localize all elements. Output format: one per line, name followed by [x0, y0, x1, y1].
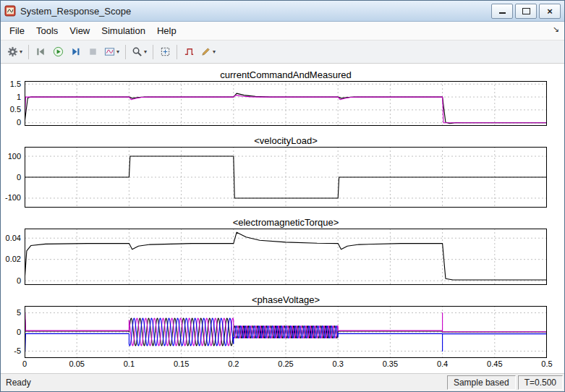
close-button[interactable]: × [539, 4, 561, 19]
y-tick-label: 0 [17, 173, 21, 182]
plot-panel: currentCommandAndMeasured 00.511.5 <velo… [1, 64, 564, 373]
dropdown-caret-icon: ▾ [213, 48, 216, 55]
trigger-button[interactable] [181, 43, 197, 61]
x-tick-label: 0.3 [333, 359, 344, 368]
y-tick-label: 0.02 [6, 255, 21, 263]
y-tick-label: 100 [8, 152, 21, 161]
zoom-icon [132, 46, 143, 57]
title-bar[interactable]: System_Response_Scope × [1, 1, 564, 22]
minimize-button[interactable] [491, 4, 513, 19]
subplot-velocity: <velocityLoad> -1000100 [1, 135, 564, 208]
plot-area-torque[interactable] [25, 229, 547, 285]
stop-button[interactable] [85, 43, 101, 61]
y-tick-label: 1.5 [10, 80, 21, 88]
y-tick-label: 1 [17, 93, 21, 101]
y-axis-tick-labels: -1000100 [1, 147, 22, 208]
plot-area-current[interactable] [25, 81, 547, 126]
scope-parameters-button[interactable]: ▾ [5, 43, 25, 61]
sample-mode-indicator: Sample based [447, 375, 516, 390]
dropdown-caret-icon: ▾ [20, 48, 22, 55]
toolbar-separator [125, 45, 126, 59]
x-tick-label: 0.1 [124, 359, 135, 368]
step-back-button[interactable] [33, 43, 48, 61]
y-tick-label: -5 [14, 346, 21, 355]
status-text: Ready [6, 378, 31, 388]
step-forward-icon [70, 46, 81, 57]
plot-area-phase-voltage[interactable] [25, 306, 547, 358]
chart-title-phase-voltage: <phaseVoltage> [25, 294, 547, 306]
sim-time-indicator: T=0.500 [518, 375, 563, 390]
y-tick-label: 0 [17, 118, 21, 127]
x-tick-label: 0.4 [437, 359, 448, 368]
subplot-current: currentCommandAndMeasured 00.511.5 [1, 69, 564, 126]
toolbar-separator [177, 45, 177, 59]
step-forward-button[interactable] [67, 43, 83, 61]
menu-item-view[interactable]: View [64, 23, 95, 38]
status-bar: Ready Sample based T=0.500 [1, 373, 564, 391]
menu-bar: FileToolsViewSimulationHelp↘ [1, 22, 564, 41]
x-axis-tick-labels: 00.050.10.150.20.250.30.350.40.450.5 [25, 358, 547, 370]
maximize-button[interactable] [515, 4, 537, 19]
measurements-button[interactable]: ▾ [198, 43, 218, 61]
menu-item-tools[interactable]: Tools [30, 23, 64, 38]
run-button[interactable] [50, 43, 66, 61]
chart-title-torque: <electromagneticTorque> [25, 216, 547, 229]
fit-icon [160, 46, 171, 57]
dock-arrow-icon[interactable]: ↘ [553, 25, 559, 34]
plot-area-velocity[interactable] [25, 147, 547, 208]
x-tick-label: 0.5 [541, 359, 552, 368]
fit-to-view-button[interactable] [157, 43, 173, 61]
dropdown-caret-icon: ▾ [116, 48, 119, 55]
subplot-torque: <electromagneticTorque> 00.020.04 [1, 216, 564, 285]
window-title: System_Response_Scope [20, 6, 489, 17]
menu-item-file[interactable]: File [4, 23, 30, 38]
menu-item-help[interactable]: Help [151, 23, 182, 38]
toolbar: ▾▾▾▾ [1, 41, 564, 64]
y-tick-label: -100 [5, 193, 21, 202]
y-axis-tick-labels: 00.020.04 [1, 229, 22, 285]
maximize-icon [522, 8, 530, 14]
y-axis-tick-labels: -505 [1, 306, 22, 358]
chart-title-velocity: <velocityLoad> [25, 135, 547, 147]
dropdown-caret-icon: ▾ [144, 48, 147, 55]
menu-item-simulation[interactable]: Simulation [95, 23, 151, 38]
y-tick-label: 0.5 [10, 105, 21, 114]
y-tick-label: 0 [17, 328, 21, 336]
x-tick-label: 0 [22, 359, 27, 368]
stop-icon [88, 46, 98, 57]
toolbar-separator [28, 45, 29, 59]
trigger-icon [184, 46, 195, 57]
gear-icon [7, 46, 18, 57]
x-tick-label: 0.2 [228, 359, 239, 368]
chart-title-current: currentCommandAndMeasured [25, 69, 547, 81]
x-tick-label: 0.15 [174, 359, 189, 368]
sim-options-icon [104, 46, 115, 57]
scope-window: System_Response_Scope × FileToolsViewSim… [0, 0, 565, 392]
x-tick-label: 0.45 [487, 359, 502, 368]
step-back-icon [35, 46, 46, 57]
toolbar-separator [153, 45, 153, 59]
minimize-icon [499, 12, 506, 14]
subplot-phase-voltage: <phaseVoltage> -505 00.050.10.150.20.250… [1, 294, 564, 370]
run-icon [53, 46, 64, 57]
x-tick-label: 0.35 [383, 359, 398, 368]
scope-window-icon [4, 5, 16, 17]
measure-icon [200, 46, 211, 57]
y-axis-tick-labels: 00.511.5 [1, 81, 22, 126]
zoom-button[interactable]: ▾ [129, 43, 149, 61]
close-icon: × [547, 7, 553, 16]
y-tick-label: 0 [17, 276, 21, 285]
y-tick-label: 5 [17, 308, 21, 317]
x-tick-label: 0.05 [69, 359, 84, 368]
x-tick-label: 0.25 [278, 359, 293, 368]
y-tick-label: 0.04 [6, 234, 21, 242]
simulation-options-button[interactable]: ▾ [102, 43, 122, 61]
